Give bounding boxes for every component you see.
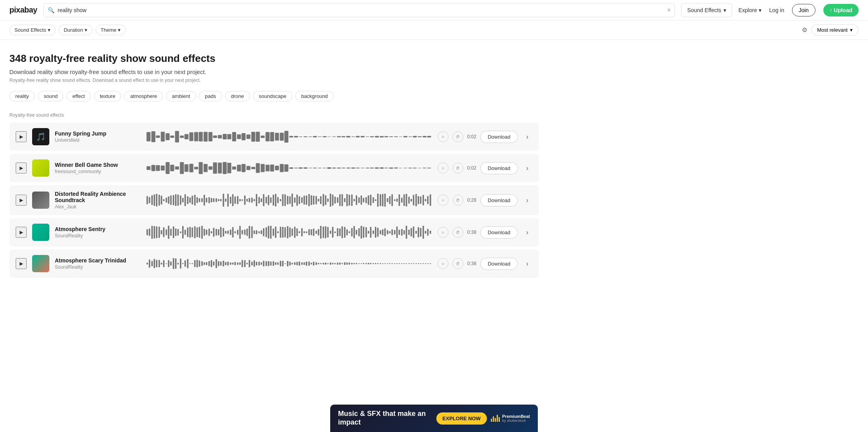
play-button[interactable]: ▶ xyxy=(16,258,27,269)
upload-button[interactable]: ↑ Upload xyxy=(823,4,859,16)
sort-dropdown[interactable]: Most relevant ▾ xyxy=(811,24,859,36)
tag-drone[interactable]: drone xyxy=(225,91,250,101)
svg-rect-179 xyxy=(287,196,289,204)
sound-author: Universfield xyxy=(55,137,141,143)
play-button[interactable]: ▶ xyxy=(16,195,27,206)
sound-author: freesound_community xyxy=(55,169,141,174)
sound-thumbnail xyxy=(32,255,49,272)
waveform[interactable] xyxy=(146,128,432,145)
svg-rect-286 xyxy=(256,230,257,235)
svg-rect-401 xyxy=(244,260,246,267)
search-input[interactable] xyxy=(58,7,664,13)
theme-filter[interactable]: Theme ▾ xyxy=(96,25,126,35)
clock-icon[interactable]: ⏱ xyxy=(452,131,463,142)
svg-rect-445 xyxy=(349,262,350,265)
duration-filter[interactable]: Duration ▾ xyxy=(59,25,92,35)
svg-rect-128 xyxy=(166,198,167,203)
svg-rect-253 xyxy=(177,229,179,235)
svg-rect-345 xyxy=(396,226,398,238)
svg-rect-240 xyxy=(146,229,148,235)
waveform[interactable] xyxy=(146,192,432,209)
tag-ambient[interactable]: ambient xyxy=(166,91,196,101)
favorite-icon[interactable]: ○ xyxy=(438,227,448,238)
settings-icon[interactable]: ⚙ xyxy=(802,26,807,34)
sound-item: ▶ 🎵 Funny Spring Jump Universfield ○ ⏱ 0… xyxy=(9,123,539,151)
tag-atmosphere[interactable]: atmosphere xyxy=(124,91,163,101)
svg-rect-147 xyxy=(211,198,212,202)
tag-effect[interactable]: effect xyxy=(67,91,91,101)
svg-rect-421 xyxy=(291,263,293,265)
tag-pads[interactable]: pads xyxy=(199,91,222,101)
favorite-icon[interactable]: ○ xyxy=(438,131,448,142)
login-button[interactable]: Log in xyxy=(769,7,784,13)
svg-rect-297 xyxy=(282,227,284,238)
svg-rect-339 xyxy=(382,229,383,235)
clock-icon[interactable]: ⏱ xyxy=(452,195,463,206)
clear-search-button[interactable]: × xyxy=(667,7,671,13)
more-options-button[interactable]: › xyxy=(522,163,533,174)
more-options-button[interactable]: › xyxy=(522,258,533,269)
svg-rect-472 xyxy=(413,263,414,264)
svg-rect-111 xyxy=(389,167,393,168)
svg-rect-410 xyxy=(266,261,267,266)
download-button[interactable]: Download xyxy=(480,194,518,206)
svg-rect-94 xyxy=(308,168,312,168)
svg-rect-261 xyxy=(197,227,198,237)
tag-reality[interactable]: reality xyxy=(9,91,35,101)
play-button[interactable]: ▶ xyxy=(16,131,27,142)
svg-rect-277 xyxy=(234,231,236,233)
svg-rect-462 xyxy=(389,263,391,264)
svg-rect-440 xyxy=(337,262,338,265)
sound-effects-filter[interactable]: Sound Effects ▾ xyxy=(9,25,56,35)
clock-icon[interactable]: ⏱ xyxy=(452,258,463,269)
svg-rect-201 xyxy=(339,194,341,206)
download-button[interactable]: Download xyxy=(480,226,518,239)
svg-rect-124 xyxy=(156,194,157,207)
play-button[interactable]: ▶ xyxy=(16,227,27,238)
svg-rect-248 xyxy=(166,230,167,235)
svg-rect-429 xyxy=(311,263,312,265)
tag-texture[interactable]: texture xyxy=(94,91,121,101)
tag-soundscape[interactable]: soundscape xyxy=(253,91,292,101)
tag-sound[interactable]: sound xyxy=(38,91,63,101)
svg-rect-278 xyxy=(237,230,239,235)
explore-nav-link[interactable]: Explore ▾ xyxy=(738,7,761,13)
section-label: Royalty-free sound effects xyxy=(9,112,539,118)
svg-rect-186 xyxy=(304,195,305,204)
clock-icon[interactable]: ⏱ xyxy=(452,227,463,238)
svg-rect-266 xyxy=(208,228,210,236)
svg-rect-180 xyxy=(289,196,291,204)
svg-rect-406 xyxy=(256,262,257,266)
tag-background[interactable]: background xyxy=(295,91,334,101)
more-options-button[interactable]: › xyxy=(522,131,533,142)
favorite-icon[interactable]: ○ xyxy=(438,195,448,206)
svg-rect-23 xyxy=(256,132,260,141)
more-options-button[interactable]: › xyxy=(522,227,533,238)
svg-rect-203 xyxy=(344,198,345,202)
waveform[interactable] xyxy=(146,224,432,241)
more-options-button[interactable]: › xyxy=(522,195,533,206)
svg-rect-34 xyxy=(308,136,312,137)
svg-rect-336 xyxy=(375,227,376,238)
favorite-icon[interactable]: ○ xyxy=(438,163,448,174)
svg-rect-389 xyxy=(215,259,217,268)
svg-rect-460 xyxy=(384,263,386,264)
svg-rect-423 xyxy=(297,262,298,266)
waveform[interactable] xyxy=(146,159,432,177)
download-button[interactable]: Download xyxy=(480,162,518,174)
download-button[interactable]: Download xyxy=(480,258,518,270)
download-button[interactable]: Download xyxy=(480,131,518,143)
waveform[interactable] xyxy=(146,255,432,272)
svg-rect-170 xyxy=(266,197,267,203)
category-dropdown[interactable]: Sound Effects ▾ xyxy=(681,3,732,17)
svg-rect-402 xyxy=(246,263,248,264)
play-button[interactable]: ▶ xyxy=(16,163,27,174)
svg-rect-72 xyxy=(204,164,208,172)
svg-rect-0 xyxy=(146,132,150,141)
join-button[interactable]: Join xyxy=(792,4,816,16)
svg-rect-257 xyxy=(187,228,188,237)
clock-icon[interactable]: ⏱ xyxy=(452,163,463,174)
svg-rect-13 xyxy=(208,132,212,141)
svg-rect-322 xyxy=(342,226,343,239)
favorite-icon[interactable]: ○ xyxy=(438,258,448,269)
